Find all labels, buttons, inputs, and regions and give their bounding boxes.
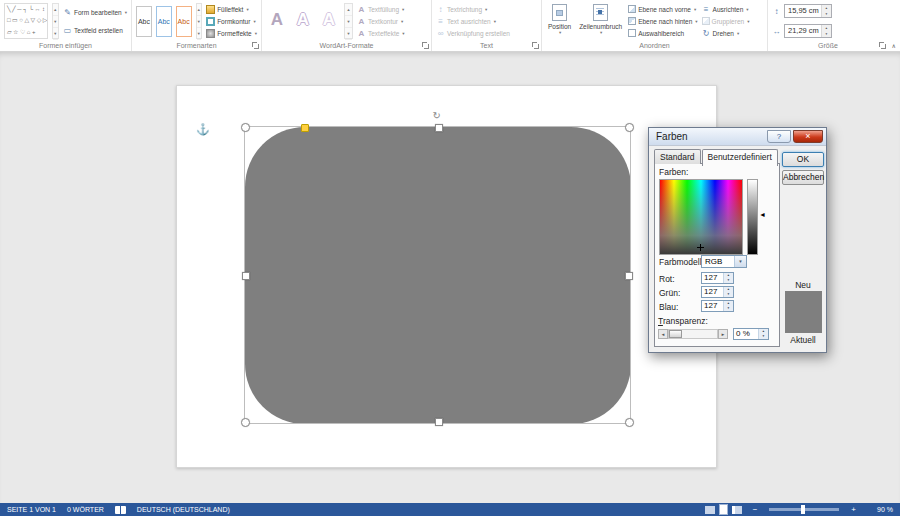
resize-handle-ne[interactable] bbox=[625, 123, 634, 132]
create-link-button[interactable]: ∞ Verknüpfung erstellen bbox=[436, 28, 510, 39]
rotate-handle[interactable]: ↻ bbox=[433, 110, 441, 121]
text-direction-button[interactable]: ↕ Textrichtung ▾ bbox=[436, 4, 510, 15]
edit-shape-icon: ✎ bbox=[63, 8, 72, 17]
corner-radius-adjust-handle[interactable] bbox=[301, 124, 309, 132]
shape-height-input[interactable]: 15,95 cm ▴ ▾ bbox=[784, 4, 832, 18]
zoom-in-button[interactable]: + bbox=[851, 506, 856, 514]
zoom-slider[interactable] bbox=[769, 508, 839, 511]
shape-effects-button[interactable]: Formeffekte ▾ bbox=[206, 28, 257, 39]
read-mode-icon[interactable] bbox=[705, 506, 715, 514]
selection-pane-button[interactable]: Auswahlbereich bbox=[628, 28, 697, 39]
resize-handle-s[interactable] bbox=[435, 418, 443, 426]
spin-down-icon[interactable]: ▾ bbox=[822, 31, 831, 37]
align-text-button[interactable]: ≡ Text ausrichten ▾ bbox=[436, 16, 510, 27]
shape-gallery-row-icons[interactable]: ▱☆♡⌂+ bbox=[7, 28, 45, 37]
ok-button[interactable]: OK bbox=[782, 152, 824, 167]
transparency-slider-thumb[interactable] bbox=[669, 330, 682, 338]
spin-down-icon[interactable]: ▾ bbox=[724, 292, 733, 297]
text-effects-label: Texteffekte bbox=[368, 30, 399, 37]
resize-handle-n[interactable] bbox=[435, 124, 443, 132]
dialog-launcher-icon[interactable] bbox=[422, 42, 429, 49]
shape-style-preset-3[interactable]: Abc bbox=[176, 6, 192, 37]
spin-down-icon[interactable]: ▾ bbox=[822, 11, 831, 17]
chevron-down-icon: ▾ bbox=[253, 19, 255, 24]
zoom-slider-thumb[interactable] bbox=[801, 505, 805, 514]
text-fill-button[interactable]: A Textfüllung ▾ bbox=[357, 4, 405, 15]
color-model-select[interactable]: RGB ▼ bbox=[701, 255, 747, 268]
word-count[interactable]: 0 WÖRTER bbox=[67, 506, 104, 513]
edit-shape-button[interactable]: ✎ Form bearbeiten ▾ bbox=[63, 7, 127, 18]
zoom-level[interactable]: 90 % bbox=[867, 506, 893, 513]
resize-handle-se[interactable] bbox=[625, 418, 634, 427]
gallery-more-icon[interactable]: ▼ bbox=[53, 28, 58, 40]
wordart-scroll-down-icon[interactable]: ▼ bbox=[345, 16, 352, 28]
red-input[interactable]: 127 ▴ ▾ bbox=[701, 272, 734, 284]
luminance-pointer-icon[interactable]: ◄ bbox=[759, 211, 766, 218]
dialog-launcher-icon[interactable] bbox=[252, 42, 259, 49]
shape-outline-button[interactable]: Formkontur ▾ bbox=[206, 16, 257, 27]
wordart-style-2[interactable]: A bbox=[292, 3, 314, 37]
chevron-down-icon[interactable]: ▼ bbox=[734, 256, 746, 267]
dialog-titlebar[interactable]: Farben ? × bbox=[649, 128, 826, 146]
spin-down-icon[interactable]: ▾ bbox=[759, 334, 768, 339]
tab-benutzerdefiniert[interactable]: Benutzerdefiniert bbox=[702, 149, 778, 166]
shape-gallery[interactable]: ╲╱─┐└↔↕ □▭○△▽◇▷ ▱☆♡⌂+ bbox=[4, 3, 48, 39]
resize-handle-nw[interactable] bbox=[241, 123, 250, 132]
create-textbox-button[interactable]: ▭ Textfeld erstellen bbox=[63, 25, 127, 36]
gallery-scroll-down-icon[interactable]: ▼ bbox=[53, 16, 58, 28]
rotate-objects-button[interactable]: ↻ Drehen ▾ bbox=[702, 28, 750, 39]
gallery-scroll-up-icon[interactable]: ▲ bbox=[53, 4, 58, 16]
transparency-slider-right-icon[interactable]: ► bbox=[718, 329, 728, 339]
shape-style-preset-2[interactable]: Abc bbox=[156, 6, 172, 37]
text-effects-button[interactable]: A Texteffekte ▾ bbox=[357, 28, 405, 39]
style-scroll-up-icon[interactable]: ▲ bbox=[197, 4, 202, 16]
close-button[interactable]: × bbox=[793, 130, 823, 143]
rotate-objects-label: Drehen bbox=[713, 30, 734, 37]
web-layout-icon[interactable] bbox=[732, 506, 742, 514]
wordart-style-3[interactable]: A bbox=[318, 3, 340, 37]
shape-style-preset-1[interactable]: Abc bbox=[136, 6, 152, 37]
tab-standard[interactable]: Standard bbox=[654, 149, 701, 164]
wordart-more-icon[interactable]: ▼ bbox=[345, 28, 352, 40]
resize-handle-w[interactable] bbox=[242, 272, 250, 280]
align-objects-button[interactable]: ≡ Ausrichten ▾ bbox=[702, 4, 750, 15]
page-indicator[interactable]: SEITE 1 VON 1 bbox=[7, 506, 56, 513]
color-crosshair[interactable] bbox=[697, 244, 704, 251]
shape-fill-button[interactable]: Fülleffekt ▾ bbox=[206, 4, 257, 15]
green-input[interactable]: 127 ▴ ▾ bbox=[701, 286, 734, 298]
shape-effects-label: Formeffekte bbox=[217, 30, 252, 37]
blue-input[interactable]: 127 ▴ ▾ bbox=[701, 300, 734, 312]
bring-forward-button[interactable]: Ebene nach vorne ▾ bbox=[628, 4, 697, 15]
help-button[interactable]: ? bbox=[767, 130, 791, 143]
language-indicator[interactable]: DEUTSCH (DEUTSCHLAND) bbox=[137, 506, 230, 513]
wordart-style-1[interactable]: A bbox=[266, 3, 288, 37]
shape-width-input[interactable]: 21,29 cm ▴ ▾ bbox=[784, 24, 832, 38]
text-outline-button[interactable]: A Textkontur ▾ bbox=[357, 16, 405, 27]
zoom-out-button[interactable]: − bbox=[753, 506, 758, 514]
send-backward-button[interactable]: Ebene nach hinten ▾ bbox=[628, 16, 697, 27]
spin-down-icon[interactable]: ▾ bbox=[724, 306, 733, 311]
wrap-text-button[interactable]: Zeilenumbruch ▾ bbox=[577, 3, 624, 41]
shape-gallery-row-icons[interactable]: □▭○△▽◇▷ bbox=[7, 16, 45, 25]
position-button[interactable]: Position ▾ bbox=[546, 3, 573, 41]
transparency-slider[interactable] bbox=[668, 329, 718, 339]
collapse-ribbon-button[interactable]: ∧ bbox=[892, 42, 896, 49]
transparency-slider-left-icon[interactable]: ◄ bbox=[658, 329, 668, 339]
color-spectrum[interactable] bbox=[659, 179, 743, 255]
dialog-launcher-icon[interactable] bbox=[532, 42, 539, 49]
proofing-icon[interactable] bbox=[115, 506, 126, 514]
spinner-arrows: ▴ ▾ bbox=[758, 329, 768, 339]
shape-gallery-row-icons[interactable]: ╲╱─┐└↔↕ bbox=[7, 5, 45, 14]
resize-handle-e[interactable] bbox=[625, 272, 633, 280]
transparency-input[interactable]: 0 % ▴ ▾ bbox=[733, 328, 769, 340]
luminance-bar[interactable] bbox=[747, 179, 758, 255]
cancel-button[interactable]: Abbrechen bbox=[782, 170, 824, 185]
style-scroll-down-icon[interactable]: ▼ bbox=[197, 16, 202, 28]
print-layout-icon[interactable] bbox=[720, 505, 727, 514]
resize-handle-sw[interactable] bbox=[241, 418, 250, 427]
wordart-scroll-up-icon[interactable]: ▲ bbox=[345, 4, 352, 16]
group-objects-button[interactable]: Gruppieren ▾ bbox=[702, 16, 750, 27]
spin-down-icon[interactable]: ▾ bbox=[724, 278, 733, 283]
style-more-icon[interactable]: ▼ bbox=[197, 28, 202, 40]
dialog-launcher-icon[interactable] bbox=[879, 42, 886, 49]
